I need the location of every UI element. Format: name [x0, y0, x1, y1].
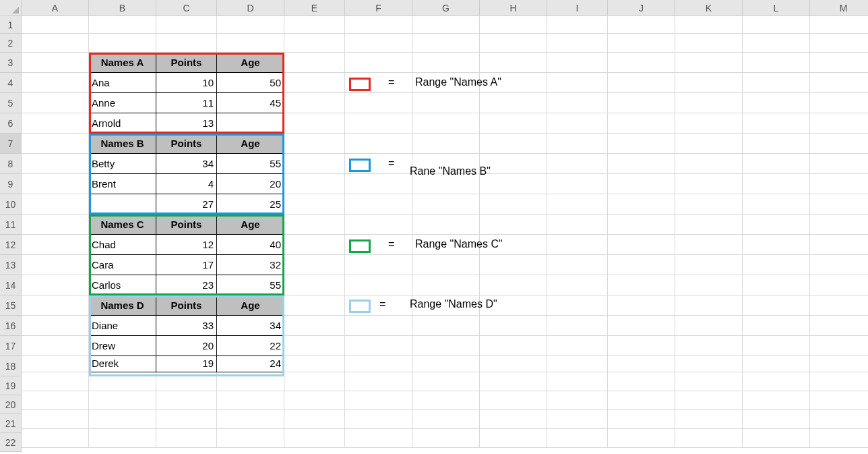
- cell-M19[interactable]: [810, 372, 868, 391]
- cell-M5[interactable]: [810, 93, 868, 113]
- cell-E5[interactable]: [284, 93, 345, 113]
- cell-C16[interactable]: 33: [156, 316, 217, 336]
- cell-M12[interactable]: [810, 235, 868, 255]
- cell-L2[interactable]: [743, 34, 810, 53]
- cell-K19[interactable]: [675, 372, 743, 391]
- cell-F11[interactable]: [345, 215, 412, 235]
- cell-C22[interactable]: [156, 429, 217, 448]
- row-header-13[interactable]: 13: [0, 255, 22, 275]
- cell-B4[interactable]: Ana: [89, 73, 156, 93]
- row-header-2[interactable]: 2: [0, 34, 22, 53]
- row-header-3[interactable]: 3: [0, 53, 22, 73]
- cell-B6[interactable]: Arnold: [89, 113, 156, 134]
- row-header-7[interactable]: 7: [0, 134, 22, 154]
- cell-C5[interactable]: 11: [156, 93, 217, 113]
- row-header-22[interactable]: 22: [0, 433, 22, 452]
- cell-J7[interactable]: [608, 134, 675, 154]
- cell-C19[interactable]: [156, 372, 217, 391]
- row-header-11[interactable]: 11: [0, 215, 22, 235]
- cell-I15[interactable]: [547, 295, 608, 316]
- row-header-20[interactable]: 20: [0, 395, 22, 414]
- cell-L5[interactable]: [743, 93, 810, 113]
- cell-I16[interactable]: [547, 316, 608, 336]
- cell-J4[interactable]: [608, 73, 675, 93]
- cell-J2[interactable]: [608, 34, 675, 53]
- cell-M16[interactable]: [810, 316, 868, 336]
- cell-C21[interactable]: [156, 410, 217, 429]
- cell-B17[interactable]: Drew: [89, 336, 156, 356]
- row-header-12[interactable]: 12: [0, 235, 22, 255]
- cell-F22[interactable]: [345, 429, 412, 448]
- cell-L4[interactable]: [743, 73, 810, 93]
- cell-I10[interactable]: [547, 194, 608, 215]
- cell-E2[interactable]: [284, 34, 345, 53]
- cell-J3[interactable]: [608, 53, 675, 73]
- col-header-H[interactable]: H: [480, 0, 547, 16]
- cell-K2[interactable]: [675, 34, 743, 53]
- cell-D5[interactable]: 45: [217, 93, 284, 113]
- cell-E14[interactable]: [284, 275, 345, 295]
- cell-M4[interactable]: [810, 73, 868, 93]
- col-header-E[interactable]: E: [284, 0, 345, 16]
- cell-K6[interactable]: [675, 113, 743, 134]
- col-header-D[interactable]: D: [217, 0, 284, 16]
- cell-L10[interactable]: [743, 194, 810, 215]
- cell-K9[interactable]: [675, 174, 743, 194]
- cell-G11[interactable]: [412, 215, 480, 235]
- cell-D18[interactable]: 24: [217, 356, 284, 372]
- cell-A4[interactable]: [22, 73, 89, 93]
- cell-D9[interactable]: 20: [217, 174, 284, 194]
- cell-C10[interactable]: 27: [156, 194, 217, 215]
- cell-L16[interactable]: [743, 316, 810, 336]
- cell-I5[interactable]: [547, 93, 608, 113]
- cell-C9[interactable]: 4: [156, 174, 217, 194]
- cell-L19[interactable]: [743, 372, 810, 391]
- cell-C2[interactable]: [156, 34, 217, 53]
- cell-F20[interactable]: [345, 391, 412, 410]
- cell-J10[interactable]: [608, 194, 675, 215]
- cell-G14[interactable]: [412, 275, 480, 295]
- cell-K10[interactable]: [675, 194, 743, 215]
- cell-I19[interactable]: [547, 372, 608, 391]
- cell-D13[interactable]: 32: [217, 255, 284, 275]
- cell-J8[interactable]: [608, 154, 675, 174]
- cell-C18[interactable]: 19: [156, 356, 217, 372]
- cell-B22[interactable]: [89, 429, 156, 448]
- cell-C4[interactable]: 10: [156, 73, 217, 93]
- cell-A17[interactable]: [22, 336, 89, 356]
- cell-C17[interactable]: 20: [156, 336, 217, 356]
- cell-C1[interactable]: [156, 16, 217, 34]
- cell-H11[interactable]: [480, 215, 547, 235]
- cell-M15[interactable]: [810, 295, 868, 316]
- cell-B19[interactable]: [89, 372, 156, 391]
- cell-M20[interactable]: [810, 391, 868, 410]
- cell-D21[interactable]: [217, 410, 284, 429]
- cell-A14[interactable]: [22, 275, 89, 295]
- cell-C11[interactable]: Points: [156, 215, 217, 235]
- cell-F10[interactable]: [345, 194, 412, 215]
- cell-I8[interactable]: [547, 154, 608, 174]
- cell-G20[interactable]: [412, 391, 480, 410]
- cell-L20[interactable]: [743, 391, 810, 410]
- col-header-A[interactable]: A: [22, 0, 89, 16]
- cell-C12[interactable]: 12: [156, 235, 217, 255]
- cell-J18[interactable]: [608, 356, 675, 372]
- cell-F16[interactable]: [345, 316, 412, 336]
- cell-I4[interactable]: [547, 73, 608, 93]
- cell-C15[interactable]: Points: [156, 295, 217, 316]
- cell-L3[interactable]: [743, 53, 810, 73]
- select-all-corner[interactable]: [0, 0, 22, 16]
- cell-K18[interactable]: [675, 356, 743, 372]
- cell-F1[interactable]: [345, 16, 412, 34]
- row-header-6[interactable]: 6: [0, 113, 22, 134]
- cell-J16[interactable]: [608, 316, 675, 336]
- cell-L12[interactable]: [743, 235, 810, 255]
- cell-E20[interactable]: [284, 391, 345, 410]
- cell-A12[interactable]: [22, 235, 89, 255]
- row-header-21[interactable]: 21: [0, 414, 22, 433]
- row-header-15[interactable]: 15: [0, 295, 22, 316]
- cell-K13[interactable]: [675, 255, 743, 275]
- cell-F9[interactable]: [345, 174, 412, 194]
- cell-H21[interactable]: [480, 410, 547, 429]
- cell-D19[interactable]: [217, 372, 284, 391]
